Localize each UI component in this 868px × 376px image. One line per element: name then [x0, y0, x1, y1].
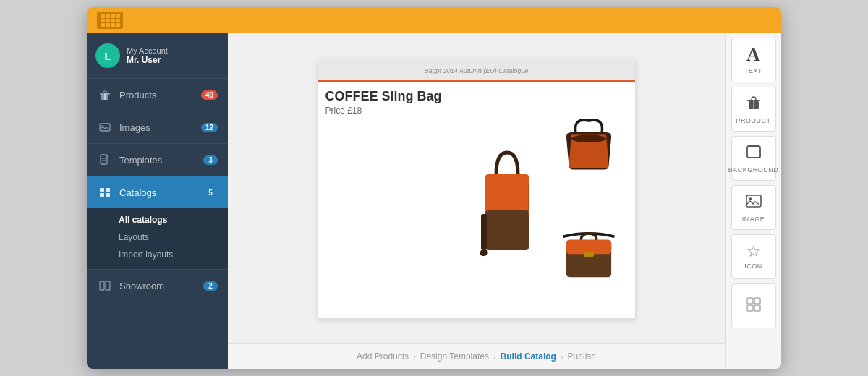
tool-background[interactable]: BACKGROUND [731, 136, 776, 181]
showroom-badge: 2 [203, 281, 218, 291]
svg-rect-17 [481, 214, 487, 250]
top-bar [87, 7, 781, 33]
sidebar-label-showroom: Showroom [119, 281, 203, 291]
svg-rect-16 [485, 210, 529, 250]
bc-arrow-3: › [561, 352, 563, 361]
svg-point-28 [749, 197, 752, 200]
sidebar-item-products[interactable]: Products 49 [87, 79, 228, 111]
svg-rect-26 [747, 146, 760, 158]
user-info: My Account Mr. User [127, 46, 168, 65]
product-icon [745, 94, 762, 114]
text-tool-label: TEXT [744, 67, 762, 74]
catalog-header-bar: Bagpt 2014 Autumn (EU) Catalogue [318, 59, 635, 82]
user-account-label: My Account [127, 46, 168, 55]
svg-rect-10 [106, 188, 110, 192]
sidebar-label-products: Products [119, 90, 201, 101]
sidebar: L My Account Mr. User Products 4 [87, 33, 228, 369]
bc-arrow-1: › [413, 352, 416, 361]
tool-product[interactable]: PRODUCT [731, 87, 776, 132]
bc-publish[interactable]: Publish [568, 351, 596, 362]
right-toolbar: A TEXT PRODUCT [725, 33, 781, 369]
catalog-preview: Bagpt 2014 Autumn (EU) Catalogue COFFEE … [228, 33, 725, 343]
background-icon [745, 143, 762, 163]
catalogs-subnav: All catalogs Layouts Import layouts [87, 208, 228, 269]
templates-badge: 3 [203, 155, 218, 165]
icon-tool-label: ICON [744, 262, 762, 270]
main-content: L My Account Mr. User Products 4 [87, 33, 781, 369]
tool-text[interactable]: A TEXT [731, 38, 776, 82]
sidebar-label-images: Images [119, 122, 201, 133]
svg-rect-31 [747, 305, 753, 311]
svg-rect-5 [101, 155, 107, 164]
svg-rect-27 [746, 195, 761, 207]
svg-point-19 [571, 134, 606, 142]
sidebar-item-images[interactable]: Images 12 [87, 111, 228, 143]
svg-rect-3 [100, 124, 110, 131]
catalog-title: Bagpt 2014 Autumn (EU) Catalogue [425, 67, 529, 74]
catalog-body: COFFEE Sling Bag Price £18 [318, 82, 635, 318]
bc-arrow-2: › [493, 352, 496, 361]
subnav-import-layouts[interactable]: Import layouts [119, 246, 228, 263]
file-icon [97, 152, 113, 168]
app-window: L My Account Mr. User Products 4 [87, 7, 781, 369]
tool-icon[interactable]: ☆ ICON [731, 234, 776, 279]
app-logo [97, 12, 123, 29]
sidebar-item-templates[interactable]: Templates 3 [87, 144, 228, 176]
svg-rect-22 [584, 252, 594, 257]
catalog-text-col: COFFEE Sling Bag Price £18 [326, 89, 464, 311]
svg-rect-30 [754, 298, 760, 304]
catalogs-icon [97, 184, 113, 200]
svg-rect-14 [106, 281, 110, 290]
subnav-layouts[interactable]: Layouts [119, 228, 228, 246]
user-section[interactable]: L My Account Mr. User [87, 33, 228, 79]
bag-image-3 [550, 202, 628, 311]
catalog-images-col [469, 89, 628, 311]
svg-rect-11 [100, 193, 104, 197]
svg-rect-13 [100, 281, 104, 290]
image-icon [97, 119, 113, 135]
image-tool-icon [745, 192, 762, 213]
showroom-icon [97, 278, 113, 294]
catalogs-badge: 5 [203, 188, 218, 197]
svg-rect-32 [754, 305, 760, 311]
more-icon [746, 296, 762, 315]
bc-add-products[interactable]: Add Products [357, 351, 409, 362]
gift-icon [97, 87, 113, 103]
user-name: Mr. User [127, 55, 168, 65]
product-name: COFFEE Sling Bag [326, 89, 464, 104]
bag-image-1 [469, 89, 546, 311]
background-tool-label: BACKGROUND [728, 166, 779, 174]
tool-more[interactable] [731, 283, 776, 328]
bag-image-2 [550, 89, 628, 198]
images-badge: 12 [201, 123, 218, 132]
products-badge: 49 [201, 90, 218, 100]
canvas-area: Bagpt 2014 Autumn (EU) Catalogue COFFEE … [228, 33, 725, 369]
star-icon: ☆ [746, 244, 761, 260]
sidebar-item-catalogs[interactable]: Catalogs 5 [87, 176, 228, 208]
avatar: L [95, 43, 120, 68]
sidebar-item-showroom[interactable]: Showroom 2 [87, 270, 228, 302]
bc-design-templates[interactable]: Design Templates [420, 351, 489, 362]
catalog-page[interactable]: Bagpt 2014 Autumn (EU) Catalogue COFFEE … [318, 59, 636, 319]
sidebar-label-catalogs: Catalogs [119, 187, 203, 198]
subnav-all-catalogs[interactable]: All catalogs [119, 211, 228, 228]
tool-image[interactable]: IMAGE [731, 185, 776, 230]
sidebar-label-templates: Templates [119, 155, 203, 166]
svg-rect-12 [106, 193, 110, 197]
product-tool-label: PRODUCT [736, 117, 771, 124]
image-tool-label: IMAGE [742, 215, 765, 223]
svg-rect-29 [747, 298, 753, 304]
bc-build-catalog[interactable]: Build Catalog [501, 351, 556, 362]
breadcrumb-bar: Add Products › Design Templates › Build … [228, 343, 725, 369]
svg-rect-9 [100, 188, 104, 192]
product-price: Price £18 [326, 106, 464, 116]
text-icon: A [746, 46, 760, 64]
